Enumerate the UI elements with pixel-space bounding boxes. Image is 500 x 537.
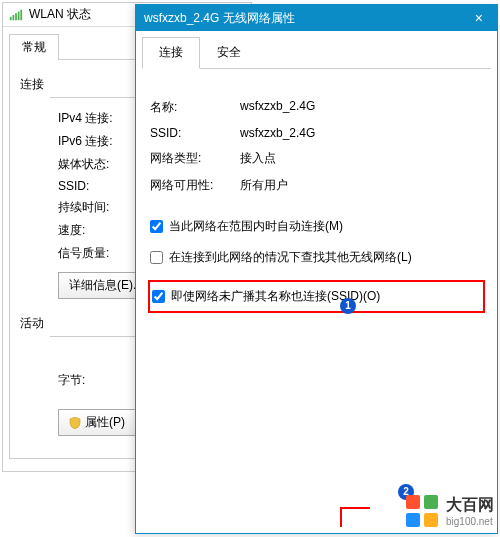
close-icon[interactable]: × — [469, 10, 489, 26]
wifi-icon — [9, 8, 23, 22]
name-value: wsfxzxb_2.4G — [240, 99, 483, 116]
svg-rect-3 — [18, 11, 20, 20]
properties-button[interactable]: 属性(P) — [58, 409, 136, 436]
svg-rect-5 — [406, 495, 420, 509]
checkbox-lookup-other-label: 在连接到此网络的情况下查找其他无线网络(L) — [169, 249, 412, 266]
properties-tabs: 连接 安全 — [142, 37, 491, 69]
svg-rect-6 — [424, 495, 438, 509]
highlight-box: 即使网络未广播其名称也连接(SSID)(O) — [148, 280, 485, 313]
tab-security[interactable]: 安全 — [200, 37, 258, 68]
svg-rect-2 — [15, 13, 17, 20]
svg-rect-0 — [10, 16, 12, 20]
bytes-label: 字节: — [58, 372, 85, 389]
watermark-url: big100.net — [446, 516, 494, 527]
watermark: 大百网 big100.net — [402, 491, 494, 531]
checkbox-autoconnect-label: 当此网络在范围内时自动连接(M) — [169, 218, 343, 235]
avail-value: 所有用户 — [240, 177, 483, 194]
ssid-label: SSID: — [150, 126, 240, 140]
svg-rect-8 — [424, 513, 438, 527]
type-label: 网络类型: — [150, 150, 240, 167]
tab-connection[interactable]: 连接 — [142, 37, 200, 69]
type-value: 接入点 — [240, 150, 483, 167]
avail-label: 网络可用性: — [150, 177, 240, 194]
properties-titlebar: wsfxzxb_2.4G 无线网络属性 × — [136, 5, 497, 31]
checkbox-connect-hidden[interactable] — [152, 290, 165, 303]
svg-rect-7 — [406, 513, 420, 527]
shield-icon — [69, 417, 81, 429]
checkbox-autoconnect[interactable] — [150, 220, 163, 233]
checkbox-lookup-other[interactable] — [150, 251, 163, 264]
properties-title: wsfxzxb_2.4G 无线网络属性 — [144, 10, 295, 27]
properties-body: 名称: wsfxzxb_2.4G SSID: wsfxzxb_2.4G 网络类型… — [136, 69, 497, 343]
annotation-red-corner — [340, 507, 370, 527]
tab-general[interactable]: 常规 — [9, 34, 59, 60]
svg-rect-1 — [13, 15, 15, 20]
name-label: 名称: — [150, 99, 240, 116]
watermark-text: 大百网 — [446, 495, 494, 516]
ssid-value: wsfxzxb_2.4G — [240, 126, 483, 140]
annotation-badge-1: 1 — [340, 298, 356, 314]
wifi-properties-window: wsfxzxb_2.4G 无线网络属性 × 连接 安全 名称: wsfxzxb_… — [135, 4, 498, 534]
svg-rect-4 — [20, 9, 22, 20]
watermark-logo-icon — [402, 491, 442, 531]
wlan-status-title: WLAN 状态 — [29, 6, 91, 23]
